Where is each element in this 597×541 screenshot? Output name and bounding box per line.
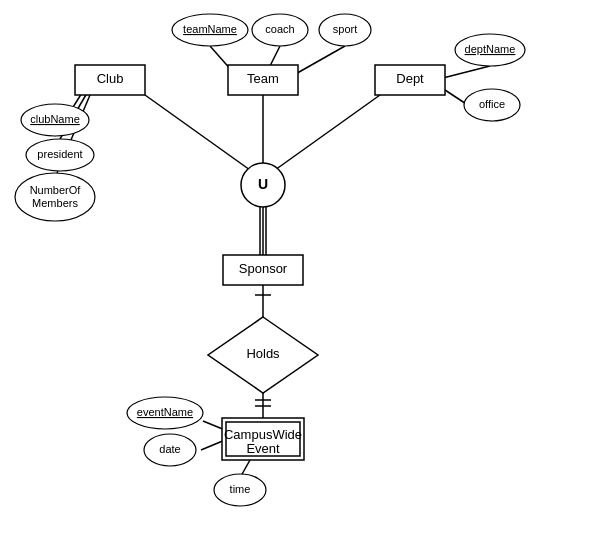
svg-line-8 [145,95,250,170]
team-label: Team [247,71,279,86]
dept-label: Dept [396,71,424,86]
coach-label: coach [265,23,294,35]
clubname-label: clubName [30,113,80,125]
svg-line-10 [275,95,380,170]
sport-label: sport [333,23,357,35]
office-label: office [479,98,505,110]
time-label: time [230,483,251,495]
campusevent-label2: Event [246,441,280,456]
numberofmembers-label2: Members [32,197,78,209]
club-label: Club [97,71,124,86]
teamname-label: teamName [183,23,237,35]
deptname-label: deptName [465,43,516,55]
president-label: president [37,148,82,160]
date-label: date [159,443,180,455]
numberofmembers-label: NumberOf [30,184,82,196]
campusevent-label1: CampusWide [224,427,302,442]
er-diagram: Club Team Dept teamName coach sport club… [0,0,597,541]
eventname-label: eventName [137,406,193,418]
holds-label: Holds [246,346,280,361]
union-label: U [258,176,268,192]
sponsor-label: Sponsor [239,261,288,276]
